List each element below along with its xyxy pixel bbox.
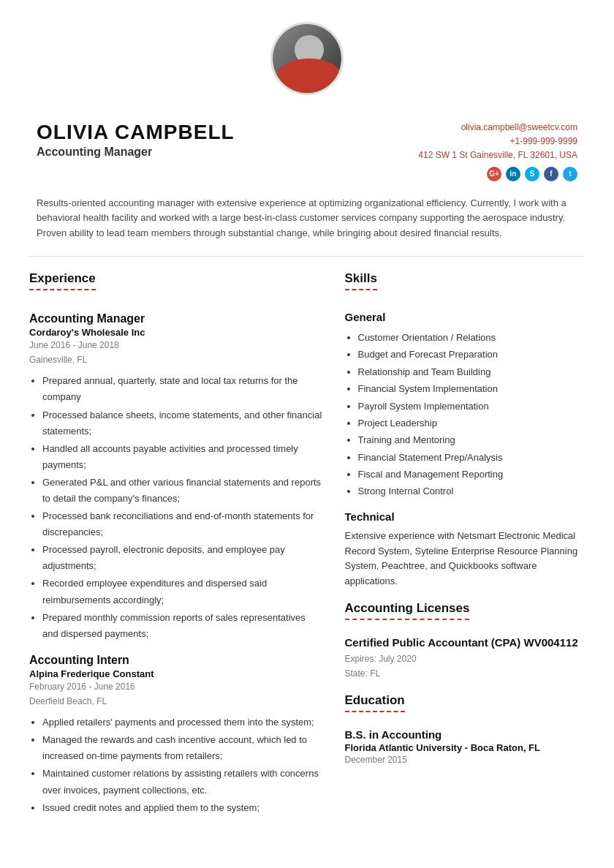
right-column: Skills General Customer Orientation / Re… [345, 271, 585, 818]
list-item: Customer Orientation / Relations [358, 329, 585, 346]
general-skills-title: General [345, 311, 585, 323]
edu-1-degree: B.S. in Accounting [345, 728, 585, 741]
list-item: Generated P&L and other various financia… [42, 475, 323, 507]
list-item: Processed payroll, electronic deposits, … [42, 542, 323, 574]
list-item: Financial System Implementation [358, 380, 585, 397]
twitter-icon[interactable]: t [563, 167, 577, 181]
experience-section-title: Experience [29, 271, 96, 290]
list-item: Handled all accounts payable activities … [42, 441, 323, 473]
skills-section: Skills General Customer Orientation / Re… [345, 271, 585, 589]
job-1-title: Accounting Manager [29, 312, 323, 325]
job-1-company: Cordaroy's Wholesale Inc [29, 327, 323, 338]
list-item: Fiscal and Management Reporting [358, 466, 585, 483]
job-2-bullets: Applied retailers' payments and processe… [29, 714, 323, 816]
edu-1-school: Florida Atlantic University - Boca Raton… [345, 742, 585, 753]
list-item: Processed balance sheets, income stateme… [42, 407, 323, 439]
job-1: Accounting Manager Cordaroy's Wholesale … [29, 312, 323, 642]
google-plus-icon[interactable]: G+ [487, 167, 501, 181]
list-item: Prepared annual, quarterly, state and lo… [42, 373, 323, 405]
list-item: Processed bank reconciliations and end-o… [42, 508, 323, 540]
list-item: Issued credit notes and applied them to … [42, 800, 323, 816]
technical-skills-text: Extensive experience with Netsmart Elect… [345, 529, 585, 589]
linkedin-icon[interactable]: in [506, 167, 520, 181]
job-2: Accounting Intern Alpina Frederique Cons… [29, 654, 323, 816]
list-item: Project Leadership [358, 415, 585, 431]
job-2-title: Accounting Intern [29, 654, 323, 667]
summary-section: Results-oriented accounting manager with… [0, 189, 614, 256]
list-item: Strong Internal Control [358, 483, 585, 499]
candidate-name: OLIVIA CAMPBELL [37, 121, 235, 144]
list-item: Prepared monthly commission reports of s… [42, 610, 323, 642]
job-1-location: Gainesville, FL [29, 353, 323, 367]
list-item: Managed the rewards and cash incentive a… [42, 732, 323, 764]
education-section-title: Education [345, 693, 405, 712]
skype-icon[interactable]: S [525, 167, 539, 181]
address: 412 SW 1 St Gainesville, FL 32601, USA [418, 148, 577, 162]
job-1-dates: June 2016 - June 2018 [29, 339, 323, 352]
skills-section-title: Skills [345, 271, 377, 290]
list-item: Budget and Forecast Preparation [358, 346, 585, 363]
social-icons: G+ in S f t [418, 167, 577, 181]
list-item: Financial Statement Prep/Analysis [358, 449, 585, 466]
list-item: Maintained customer relations by assisti… [42, 766, 323, 798]
list-item: Applied retailers' payments and processe… [42, 714, 323, 731]
job-2-location: Deerfield Beach, FL [29, 695, 323, 709]
license-1-state: State: FL [345, 666, 585, 681]
name-title-block: OLIVIA CAMPBELL Accounting Manager [37, 121, 235, 159]
list-item: Relationship and Team Building [358, 363, 585, 380]
email: olivia.campbell@sweetcv.com [418, 121, 577, 135]
list-item: Payroll System Implementation [358, 398, 585, 415]
job-2-company: Alpina Frederique Constant [29, 668, 323, 679]
summary-text: Results-oriented accounting manager with… [37, 197, 566, 239]
name-contact-row: OLIVIA CAMPBELL Accounting Manager olivi… [0, 121, 614, 189]
phone: +1-999-999-9999 [418, 135, 577, 148]
candidate-title: Accounting Manager [37, 146, 235, 159]
edu-1-date: December 2015 [345, 755, 585, 765]
job-1-bullets: Prepared annual, quarterly, state and lo… [29, 373, 323, 642]
education-section: Education B.S. in Accounting Florida Atl… [345, 693, 585, 765]
technical-skills-title: Technical [345, 510, 585, 523]
licenses-section: Accounting Licenses Certified Public Acc… [345, 601, 585, 682]
facebook-icon[interactable]: f [544, 167, 558, 181]
license-1-expires: Expires: July 2020 [345, 652, 585, 666]
left-column: Experience Accounting Manager Cordaroy's… [29, 271, 323, 818]
header-section [0, 0, 614, 121]
main-content: Experience Accounting Manager Cordaroy's… [0, 257, 614, 832]
general-skills-list: Customer Orientation / Relations Budget … [345, 329, 585, 500]
avatar [270, 22, 344, 95]
licenses-section-title: Accounting Licenses [345, 601, 470, 620]
list-item: Training and Mentoring [358, 431, 585, 448]
job-2-dates: February 2016 - June 2016 [29, 680, 323, 694]
license-1-name: Certified Public Accountant (CPA) WV0041… [345, 636, 585, 649]
list-item: Recorded employee expenditures and dispe… [42, 575, 323, 608]
contact-block: olivia.campbell@sweetcv.com +1-999-999-9… [418, 121, 577, 181]
